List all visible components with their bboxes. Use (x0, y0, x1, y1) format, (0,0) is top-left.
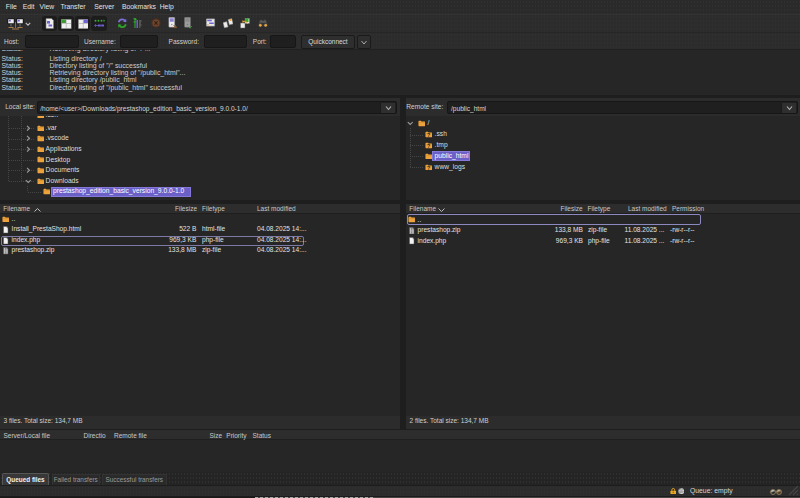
svg-text:?: ? (426, 132, 429, 138)
svg-text:?: ? (426, 165, 429, 171)
svg-text:?: ? (426, 143, 429, 149)
